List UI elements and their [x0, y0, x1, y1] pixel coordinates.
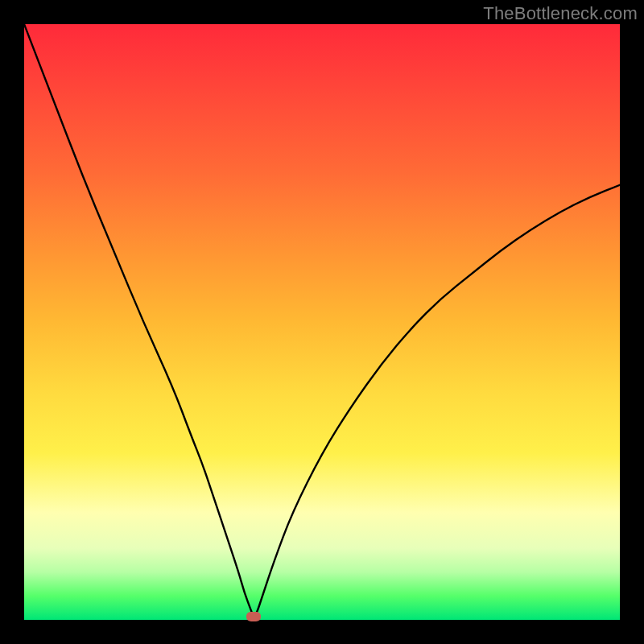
- optimum-marker: [246, 612, 261, 621]
- bottleneck-curve: [24, 24, 620, 620]
- plot-area: [24, 24, 620, 620]
- attribution-text: TheBottleneck.com: [483, 3, 638, 24]
- chart-container: TheBottleneck.com: [0, 0, 644, 644]
